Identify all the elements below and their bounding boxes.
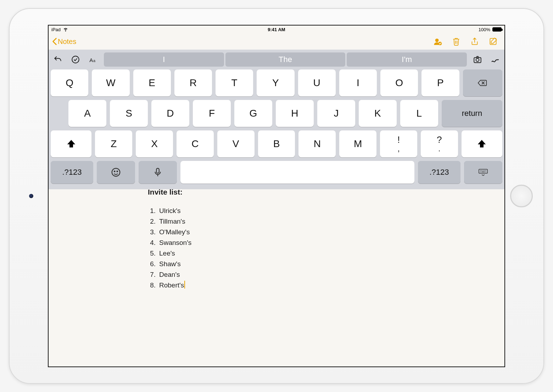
svg-point-10 bbox=[117, 171, 118, 172]
key-f[interactable]: F bbox=[193, 100, 231, 127]
nav-bar: Notes bbox=[49, 33, 504, 50]
suggestion-bar: I The I'm bbox=[104, 52, 467, 67]
keyboard: Aa I The I'm Q W E R T bbox=[49, 50, 504, 189]
suggestion-3[interactable]: I'm bbox=[347, 52, 467, 67]
key-t[interactable]: T bbox=[216, 69, 253, 96]
camera-icon[interactable] bbox=[470, 52, 485, 67]
key-question-period[interactable]: ?. bbox=[421, 130, 458, 157]
compose-icon[interactable] bbox=[488, 37, 498, 46]
svg-point-3 bbox=[72, 56, 79, 63]
note-heading: Invite list: bbox=[148, 188, 504, 196]
key-numeric-left[interactable]: .?123 bbox=[51, 161, 93, 184]
key-a[interactable]: A bbox=[68, 100, 106, 127]
key-s[interactable]: S bbox=[110, 100, 148, 127]
suggestion-1[interactable]: I bbox=[104, 52, 224, 67]
key-dictation[interactable] bbox=[139, 161, 177, 184]
list-item: 4.Swanson's bbox=[148, 237, 504, 248]
key-e[interactable]: E bbox=[133, 69, 171, 96]
svg-point-9 bbox=[114, 171, 115, 172]
key-exclaim-comma[interactable]: !, bbox=[380, 130, 417, 157]
back-label: Notes bbox=[58, 38, 76, 46]
collaborate-icon[interactable] bbox=[433, 37, 443, 46]
note-body[interactable]: Invite list: 1.Ulrick's 2.Tillman's 3.O'… bbox=[49, 196, 504, 366]
key-m[interactable]: M bbox=[339, 130, 376, 157]
list-item: 1.Ulrick's bbox=[148, 206, 504, 216]
key-k[interactable]: K bbox=[359, 100, 397, 127]
note-list: 1.Ulrick's 2.Tillman's 3.O'Malley's 4.Sw… bbox=[148, 206, 504, 291]
list-item: 7.Dean's bbox=[148, 269, 504, 280]
key-b[interactable]: B bbox=[258, 130, 295, 157]
key-numeric-right[interactable]: .?123 bbox=[418, 161, 460, 184]
key-q[interactable]: Q bbox=[51, 69, 88, 96]
key-z[interactable]: Z bbox=[95, 130, 132, 157]
key-return[interactable]: return bbox=[442, 100, 502, 127]
trash-icon[interactable] bbox=[451, 37, 461, 46]
key-hide-keyboard[interactable] bbox=[464, 161, 502, 184]
key-l[interactable]: L bbox=[400, 100, 438, 127]
key-backspace[interactable] bbox=[463, 69, 503, 96]
key-p[interactable]: P bbox=[421, 69, 459, 96]
list-item: 2.Tillman's bbox=[148, 216, 504, 227]
key-shift-right[interactable] bbox=[462, 130, 502, 157]
key-c[interactable]: C bbox=[177, 130, 214, 157]
svg-rect-11 bbox=[156, 168, 159, 173]
keyboard-row-2: A S D F G H J K L return bbox=[51, 100, 502, 127]
svg-text:a: a bbox=[93, 58, 96, 63]
share-icon[interactable] bbox=[470, 37, 480, 46]
svg-point-8 bbox=[112, 168, 120, 177]
wifi-icon bbox=[63, 26, 68, 33]
status-bar: iPad 9:41 AM 100% bbox=[49, 26, 504, 33]
list-item: 3.O'Malley's bbox=[148, 227, 504, 237]
svg-text:A: A bbox=[89, 57, 93, 63]
key-w[interactable]: W bbox=[92, 69, 129, 96]
checklist-icon[interactable] bbox=[68, 52, 83, 67]
battery-icon bbox=[492, 27, 502, 32]
key-i[interactable]: I bbox=[339, 69, 377, 96]
key-u[interactable]: U bbox=[298, 69, 336, 96]
battery-pct: 100% bbox=[479, 27, 490, 32]
home-button[interactable] bbox=[510, 185, 533, 207]
screen: iPad 9:41 AM 100% Notes bbox=[48, 25, 505, 367]
key-g[interactable]: G bbox=[234, 100, 272, 127]
key-r[interactable]: R bbox=[174, 69, 212, 96]
key-v[interactable]: V bbox=[217, 130, 255, 157]
text-cursor bbox=[184, 281, 185, 289]
text-format-icon[interactable]: Aa bbox=[86, 52, 100, 67]
key-y[interactable]: Y bbox=[257, 69, 294, 96]
svg-point-7 bbox=[476, 58, 479, 62]
key-h[interactable]: H bbox=[276, 100, 314, 127]
key-emoji[interactable] bbox=[97, 161, 135, 184]
key-j[interactable]: J bbox=[317, 100, 355, 127]
svg-rect-12 bbox=[479, 169, 487, 173]
key-shift-left[interactable] bbox=[51, 130, 91, 157]
list-item: 6.Shaw's bbox=[148, 259, 504, 269]
suggestion-2[interactable]: The bbox=[225, 52, 346, 67]
device-label: iPad bbox=[51, 27, 61, 32]
clock: 9:41 AM bbox=[268, 27, 285, 32]
key-d[interactable]: D bbox=[151, 100, 189, 127]
key-space[interactable] bbox=[180, 161, 414, 184]
key-n[interactable]: N bbox=[298, 130, 336, 157]
keyboard-row-1: Q W E R T Y U I O P bbox=[51, 69, 502, 96]
key-x[interactable]: X bbox=[136, 130, 173, 157]
back-button[interactable]: Notes bbox=[52, 38, 76, 46]
list-item: 8.Robert's bbox=[148, 280, 504, 291]
list-item: 5.Lee's bbox=[148, 248, 504, 259]
ipad-frame: iPad 9:41 AM 100% Notes bbox=[9, 8, 544, 384]
key-o[interactable]: O bbox=[380, 69, 418, 96]
ipad-camera bbox=[29, 194, 33, 198]
sketch-icon[interactable] bbox=[488, 52, 502, 67]
undo-icon[interactable] bbox=[51, 52, 65, 67]
keyboard-row-3: Z X C V B N M !, ?. bbox=[51, 130, 502, 157]
keyboard-row-bottom: .?123 .?123 bbox=[51, 161, 502, 184]
svg-point-0 bbox=[435, 39, 439, 42]
keyboard-toolbar: Aa I The I'm bbox=[51, 52, 502, 67]
